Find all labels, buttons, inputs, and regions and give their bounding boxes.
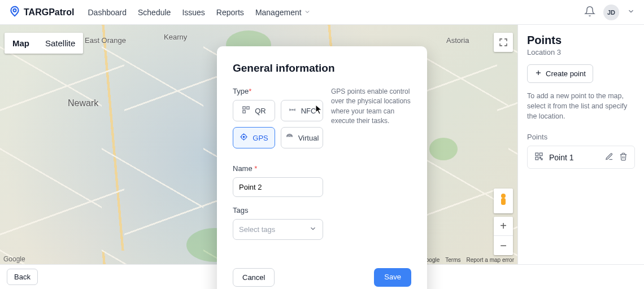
svg-rect-12	[243, 111, 245, 113]
edit-icon[interactable]	[605, 152, 613, 163]
chevron-down-icon	[309, 225, 317, 234]
type-gps-label: GPS	[253, 134, 268, 142]
nav-issues[interactable]: Issues	[182, 8, 204, 17]
type-qr-label: QR	[255, 107, 266, 115]
nav-reports[interactable]: Reports	[216, 8, 244, 17]
type-virtual-label: Virtual	[298, 134, 319, 142]
points-panel: Points Location 3 Create point To add a …	[517, 25, 644, 264]
map-type-satellite[interactable]: Satellite	[37, 33, 83, 54]
zoom-in-button[interactable]: +	[494, 217, 513, 236]
map-park	[429, 138, 458, 160]
name-label-text: Name	[233, 164, 253, 173]
cancel-button[interactable]: Cancel	[233, 268, 275, 287]
gps-icon	[240, 133, 248, 143]
map-type-toggle: Map Satellite	[5, 33, 83, 54]
type-field-label: Type*	[233, 87, 323, 95]
map-city-label: Kearny	[164, 33, 187, 41]
type-help-text: GPS points enable control over the physi…	[331, 87, 411, 154]
qr-icon	[242, 106, 250, 116]
type-label-text: Type	[233, 87, 249, 95]
chevron-down-icon	[304, 8, 311, 17]
point-actions	[605, 152, 628, 163]
panel-help-text: To add a new point to the map, select it…	[527, 91, 635, 121]
map-type-map[interactable]: Map	[5, 33, 37, 54]
svg-rect-11	[247, 107, 249, 109]
type-nfc-label: NFC	[301, 107, 316, 115]
panel-subtitle: Location 3	[527, 48, 635, 56]
svg-rect-7	[536, 157, 538, 160]
svg-rect-8	[539, 157, 541, 159]
street-view-pegman[interactable]	[494, 189, 513, 213]
zoom-controls: + −	[494, 217, 513, 255]
report-error-link[interactable]: Report a map error	[467, 257, 514, 263]
brand-logo[interactable]: TARGPatrol	[9, 6, 74, 19]
nav-management-label: Management	[255, 8, 302, 17]
qr-icon	[534, 152, 543, 163]
map-city-label: Astoria	[446, 36, 469, 45]
virtual-icon	[285, 133, 294, 143]
tags-field-label: Tags	[233, 206, 411, 214]
bell-icon[interactable]	[584, 6, 595, 19]
create-point-label: Create point	[546, 69, 586, 78]
plus-icon	[534, 69, 542, 78]
required-asterisk: *	[254, 164, 257, 173]
user-menu-chevron-icon[interactable]	[627, 7, 635, 17]
main-nav: Dashboard Schedule Issues Reports Manage…	[88, 8, 310, 17]
svg-point-15	[243, 136, 245, 138]
svg-rect-5	[536, 153, 538, 156]
svg-point-0	[14, 8, 16, 11]
user-avatar[interactable]: JD	[603, 5, 619, 20]
zoom-out-button[interactable]: −	[494, 236, 513, 255]
nfc-icon	[288, 106, 297, 116]
svg-rect-2	[501, 198, 506, 205]
tags-select[interactable]: Select tags	[233, 219, 323, 240]
point-name: Point 1	[549, 153, 574, 162]
fullscreen-button[interactable]	[494, 33, 513, 52]
modal-title: General information	[233, 62, 411, 75]
nav-schedule[interactable]: Schedule	[138, 8, 171, 17]
svg-rect-9	[541, 159, 542, 160]
nav-management[interactable]: Management	[255, 8, 311, 17]
svg-point-13	[292, 110, 293, 110]
save-button[interactable]: Save	[374, 268, 411, 287]
brand-text: TARGPatrol	[24, 7, 74, 17]
panel-title: Points	[527, 34, 635, 47]
points-list-label: Points	[527, 133, 635, 141]
svg-rect-10	[243, 107, 245, 109]
type-qr-button[interactable]: QR	[233, 100, 275, 121]
svg-point-1	[501, 194, 506, 198]
create-point-button[interactable]: Create point	[527, 64, 593, 83]
required-asterisk: *	[249, 87, 251, 95]
app-header: TARGPatrol Dashboard Schedule Issues Rep…	[0, 0, 644, 25]
google-logo: Google	[3, 255, 25, 263]
point-list-item[interactable]: Point 1	[527, 146, 635, 169]
type-virtual-button[interactable]: Virtual	[281, 127, 323, 148]
type-nfc-button[interactable]: NFC	[281, 100, 323, 121]
logo-pin-icon	[9, 6, 20, 19]
nav-dashboard[interactable]: Dashboard	[88, 8, 127, 17]
type-gps-button[interactable]: GPS	[233, 127, 275, 148]
back-button[interactable]: Back	[7, 269, 38, 285]
name-field-label: Name *	[233, 164, 411, 173]
header-right: JD	[584, 5, 635, 20]
terms-link[interactable]: Terms	[445, 257, 460, 263]
map-city-label: Newark	[68, 98, 98, 108]
map-city-label: East Orange	[85, 36, 126, 45]
delete-icon[interactable]	[619, 152, 628, 163]
svg-rect-6	[539, 153, 542, 156]
name-input[interactable]	[233, 177, 323, 197]
general-information-modal: General information Type* QR NFC	[217, 46, 427, 289]
tags-placeholder: Select tags	[239, 225, 275, 234]
